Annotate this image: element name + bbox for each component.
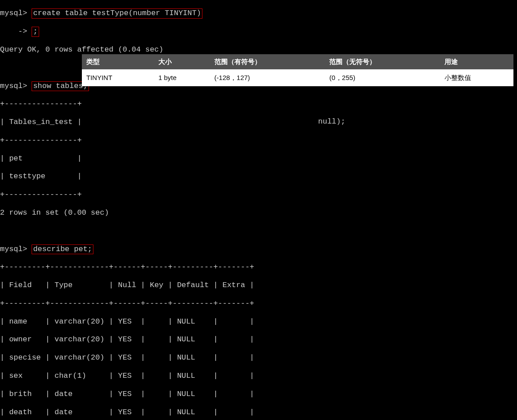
cell: NULL <box>177 372 195 380</box>
tables-footer: 2 rows in set (0.00 sec) <box>0 208 517 217</box>
tables-header: Tables_in_test <box>9 118 73 126</box>
cell: char(1) <box>54 372 86 380</box>
mysql-prompt: mysql> <box>0 9 27 17</box>
floating-null-text: null); <box>318 117 345 126</box>
col-header: Extra <box>222 281 245 289</box>
cell: owner <box>9 335 32 344</box>
info-cell: 小整数值 <box>440 69 513 86</box>
mysql-prompt: mysql> <box>0 82 27 90</box>
info-header: 大小 <box>154 54 210 69</box>
cell: NULL <box>177 408 195 416</box>
result-create-ok: Query OK, 0 rows affected (0.04 sec) <box>0 45 517 54</box>
cell: NULL <box>177 335 195 344</box>
cell: death <box>9 408 32 416</box>
table-row: testtype <box>9 172 45 180</box>
col-header: Field <box>9 281 32 289</box>
info-cell: TINYINT <box>82 69 154 86</box>
info-header: 范围（无符号） <box>325 54 440 69</box>
cell: date <box>54 408 73 416</box>
cell: brith <box>9 390 32 398</box>
col-header: Default <box>177 281 209 289</box>
cell: varchar(20) <box>54 353 104 362</box>
cell: YES <box>118 390 132 398</box>
info-cell: (0，255) <box>325 69 440 86</box>
info-header: 用途 <box>440 54 513 69</box>
cell: specise <box>9 353 40 362</box>
cell: YES <box>118 353 132 362</box>
cmd-create-table-2: ; <box>32 27 39 36</box>
cell: YES <box>118 408 132 416</box>
cell: YES <box>118 317 132 326</box>
tinyint-info-table: 类型 大小 范围（有符号） 范围（无符号） 用途 TINYINT 1 byte … <box>82 54 513 86</box>
cell: name <box>9 317 27 326</box>
col-header: Null <box>118 281 136 289</box>
info-header: 类型 <box>82 54 154 69</box>
info-cell: (-128，127) <box>210 69 325 86</box>
cell: sex <box>9 372 23 380</box>
cell: NULL <box>177 353 195 362</box>
cell: varchar(20) <box>54 317 104 326</box>
cell: NULL <box>177 390 195 398</box>
col-header: Key <box>150 281 164 289</box>
cell: NULL <box>177 317 195 326</box>
col-header: Type <box>54 281 73 289</box>
cmd-describe-pet: describe pet; <box>32 244 93 254</box>
cell: YES <box>118 335 132 344</box>
cell: date <box>54 390 73 398</box>
cmd-show-tables: show tables; <box>32 81 89 91</box>
info-cell: 1 byte <box>154 69 210 86</box>
table-row: pet <box>9 154 23 163</box>
cell: YES <box>118 372 132 380</box>
cmd-create-table: create table testType(number TINYINT) <box>32 8 202 18</box>
cell: varchar(20) <box>54 335 104 344</box>
cont-prompt: -> <box>0 27 27 36</box>
info-header: 范围（有符号） <box>210 54 325 69</box>
mysql-prompt: mysql> <box>0 245 27 253</box>
